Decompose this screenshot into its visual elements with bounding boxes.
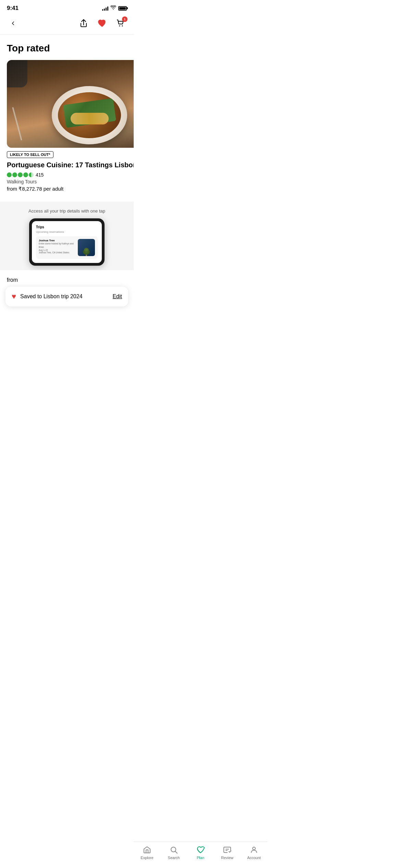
header: 1 <box>0 14 134 34</box>
sell-out-badge: LIKELY TO SELL OUT* <box>7 151 53 158</box>
wifi-icon <box>110 5 116 11</box>
phone-location: Joshua Tree, CA United States <box>39 251 75 254</box>
rating-dots <box>7 172 34 177</box>
dot-2 <box>12 172 17 177</box>
battery-icon <box>118 6 127 11</box>
card-1-image: ♥ <box>7 60 134 148</box>
card-1-rating-row: 415 <box>7 172 134 178</box>
cards-row: ♥ LIKELY TO SELL OUT* Portuguese Cuisine… <box>0 60 134 193</box>
phone-upcoming-label: Upcoming reservations <box>36 230 98 233</box>
review-count: 415 <box>36 172 44 178</box>
phone-reservation-name: Joshua Tree <box>39 239 75 242</box>
svg-point-0 <box>119 25 120 26</box>
from-label: from <box>7 277 18 283</box>
dot-4 <box>23 172 28 177</box>
phone-dates: Aug 1-15 <box>39 249 75 251</box>
phone-reservation-addr: Entire dome hosted by Kathryn and Brian <box>39 242 75 249</box>
status-bar: 9:41 <box>0 0 134 14</box>
status-icons <box>102 5 127 11</box>
main-content: Top rated <box>0 35 134 270</box>
cart-button[interactable]: 1 <box>114 17 127 29</box>
trip-banner-text: Access all your trip details with one ta… <box>28 208 105 214</box>
from-section: from <box>0 270 134 287</box>
saved-notification: ♥ Saved to Lisbon trip 2024 Edit <box>5 287 128 306</box>
svg-point-1 <box>122 25 123 26</box>
dot-3 <box>18 172 23 177</box>
saved-edit-button[interactable]: Edit <box>112 293 122 300</box>
card-1-price: from ₹8,272.78 per adult <box>7 186 134 192</box>
dot-1 <box>7 172 12 177</box>
section-title: Top rated <box>7 43 127 54</box>
phone-trips-label: Trips <box>36 225 98 229</box>
saved-text: Saved to Lisbon trip 2024 <box>20 293 82 300</box>
card-1-category: Walking Tours <box>7 179 134 184</box>
cart-badge: 1 <box>122 16 127 22</box>
header-actions: 1 <box>77 17 127 29</box>
saved-left: ♥ Saved to Lisbon trip 2024 <box>12 292 83 301</box>
status-time: 9:41 <box>7 5 19 12</box>
favorite-button[interactable] <box>96 17 108 29</box>
card-1-info: LIKELY TO SELL OUT* Portuguese Cuisine: … <box>7 148 134 193</box>
saved-heart-icon: ♥ <box>12 292 16 301</box>
card-food-tour[interactable]: ♥ LIKELY TO SELL OUT* Portuguese Cuisine… <box>7 60 134 193</box>
dot-5 <box>29 172 34 177</box>
signal-bars-icon <box>102 6 108 11</box>
card-1-title: Portuguese Cuisine: 17 Tastings Lisbon F… <box>7 161 134 169</box>
back-button[interactable] <box>7 17 19 29</box>
share-button[interactable] <box>77 17 90 29</box>
trip-banner[interactable]: Access all your trip details with one ta… <box>0 202 134 270</box>
